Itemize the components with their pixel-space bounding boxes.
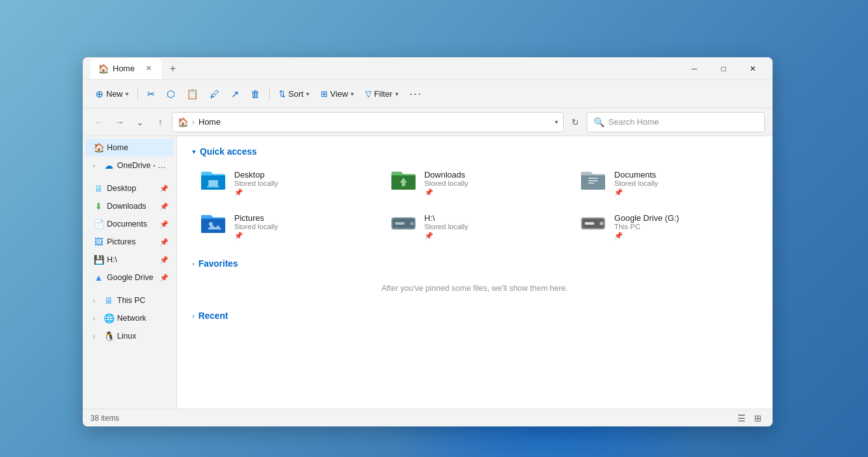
sidebar-item-desktop[interactable]: 🖥 Desktop 📌 [85,179,174,197]
folder-item-pictures[interactable]: Pictures Stored locally 📌 [192,207,377,246]
rename-button[interactable]: 🖊 [205,84,225,104]
desktop-folder-name: Desktop [234,170,278,179]
paste-icon: 📋 [186,88,199,100]
delete-icon: 🗑 [251,88,260,99]
desktop-folder-sub: Stored locally [234,179,278,187]
recent-locations-button[interactable]: ⌄ [131,113,149,131]
recent-section: › Recent [192,311,757,321]
favorites-section: › Favorites After you've pinned some fil… [192,258,757,300]
active-tab[interactable]: 🏠 Home ✕ [90,59,162,79]
search-placeholder: Search Home [608,117,659,127]
quick-access-grid: Desktop Stored locally 📌 [192,164,757,246]
sidebar-item-onedrive[interactable]: › ☁ OneDrive - Pers [85,157,174,174]
favorites-section-header[interactable]: › Favorites [192,258,757,269]
svg-rect-16 [585,222,594,225]
filter-button[interactable]: ▽ Filter ▾ [360,84,403,104]
more-button[interactable]: ··· [405,84,427,104]
refresh-button[interactable]: ↻ [566,113,584,131]
search-box[interactable]: 🔍 Search Home [587,112,765,132]
new-tab-button[interactable]: + [164,60,182,78]
address-separator: › [192,118,195,127]
svg-text:?: ? [395,226,398,232]
sidebar-network-label: Network [117,314,169,323]
copy-button[interactable]: ⬡ [162,84,180,104]
folder-item-h[interactable]: ? H:\ Stored locally 📌 [382,207,568,246]
sidebar-item-thispc[interactable]: › 🖥 This PC [85,292,174,309]
delete-button[interactable]: 🗑 [246,84,265,104]
toolbar: ⊕ New ▾ ✂ ⬡ 📋 🖊 ↗ 🗑 ⇅ Sort ▾ ⊞ [83,80,773,108]
rename-icon: 🖊 [210,88,220,99]
folder-item-googledrive[interactable]: Google Drive (G:) This PC 📌 [572,207,757,246]
sidebar-item-googledrive[interactable]: ▲ Google Drive 📌 [85,269,174,286]
sidebar-downloads-label: Downloads [107,202,157,211]
back-button[interactable]: ← [90,113,108,131]
sidebar-desktop-label: Desktop [107,184,157,193]
svg-rect-4 [589,180,598,181]
status-bar: 38 items ☰ ⊞ [83,409,773,426]
forward-button[interactable]: → [111,113,129,131]
downloads-folder-name: Downloads [424,170,468,179]
content-area: ▾ Quick access Desktop [177,136,773,409]
documents-sidebar-icon: 📄 [93,219,104,229]
favorites-empty-message: After you've pinned some files, we'll sh… [192,276,757,300]
sidebar-item-downloads[interactable]: ⬇ Downloads 📌 [85,197,174,215]
minimize-button[interactable]: ─ [680,59,709,79]
sidebar-pictures-label: Pictures [107,237,157,246]
address-home-icon: 🏠 [178,117,188,127]
favorites-label: Favorites [199,258,238,269]
up-button[interactable]: ↑ [151,113,169,131]
share-button[interactable]: ↗ [226,84,244,104]
new-dropdown-arrow: ▾ [125,90,129,97]
sidebar-item-home[interactable]: 🏠 Home [85,139,174,157]
cut-button[interactable]: ✂ [142,84,160,104]
pictures-pin-icon: 📌 [160,238,169,246]
close-button[interactable]: ✕ [738,59,767,79]
filter-label: Filter [374,89,393,99]
grid-view-toggle[interactable]: ⊞ [751,411,765,425]
sidebar-item-pictures[interactable]: 🖼 Pictures 📌 [85,233,174,251]
pictures-folder-name: Pictures [234,213,278,223]
googledrive-folder-name: Google Drive (G:) [614,213,679,223]
filter-dropdown-arrow: ▾ [395,90,398,97]
list-view-toggle[interactable]: ☰ [734,411,748,425]
desktop-folder-icon [200,169,228,197]
recent-section-header[interactable]: › Recent [192,311,757,321]
linux-expand-icon: › [93,333,101,340]
recent-chevron: › [192,312,195,320]
new-icon: ⊕ [95,88,104,100]
googledrive-sidebar-icon: ▲ [93,272,104,283]
items-label: items [101,414,120,423]
desktop-sidebar-icon: 🖥 [93,183,104,193]
title-bar: 🏠 Home ✕ + ─ □ ✕ [83,57,773,80]
pictures-sidebar-icon: 🖼 [93,237,104,247]
h-drive-pin-icon: 📌 [160,256,169,264]
sidebar-h-label: H:\ [107,255,157,264]
pictures-folder-pin: 📌 [234,232,278,240]
sidebar-sep-1 [83,174,176,179]
sidebar-item-network[interactable]: › 🌐 Network [85,309,174,327]
sidebar-item-documents[interactable]: 📄 Documents 📌 [85,215,174,233]
toolbar-sep-2 [269,88,270,101]
h-drive-sidebar-icon: 💾 [93,255,104,265]
address-dropdown-arrow[interactable]: ▾ [555,118,558,125]
downloads-sidebar-icon: ⬇ [93,201,104,211]
folder-item-documents[interactable]: Documents Stored locally 📌 [572,164,757,202]
downloads-folder-pin: 📌 [424,188,468,197]
tab-close-button[interactable]: ✕ [144,64,154,74]
documents-pin-icon: 📌 [160,220,169,229]
sort-button[interactable]: ⇅ Sort ▾ [274,84,314,104]
new-button[interactable]: ⊕ New ▾ [90,84,134,104]
sidebar-item-linux[interactable]: › 🐧 Linux [85,327,174,345]
quick-access-section-header[interactable]: ▾ Quick access [192,146,757,157]
address-bar[interactable]: 🏠 › Home ▾ [172,112,564,132]
h-drive-folder-icon: ? [390,213,418,241]
paste-button[interactable]: 📋 [181,84,204,104]
maximize-button[interactable]: □ [709,59,738,79]
folder-item-desktop[interactable]: Desktop Stored locally 📌 [192,164,377,202]
view-button[interactable]: ⊞ View ▾ [316,84,359,104]
sidebar: 🏠 Home › ☁ OneDrive - Pers 🖥 Desktop 📌 ⬇… [83,136,177,409]
new-label: New [106,89,123,99]
copy-icon: ⬡ [167,88,175,100]
folder-item-downloads[interactable]: Downloads Stored locally 📌 [382,164,568,202]
sidebar-item-h[interactable]: 💾 H:\ 📌 [85,251,174,269]
